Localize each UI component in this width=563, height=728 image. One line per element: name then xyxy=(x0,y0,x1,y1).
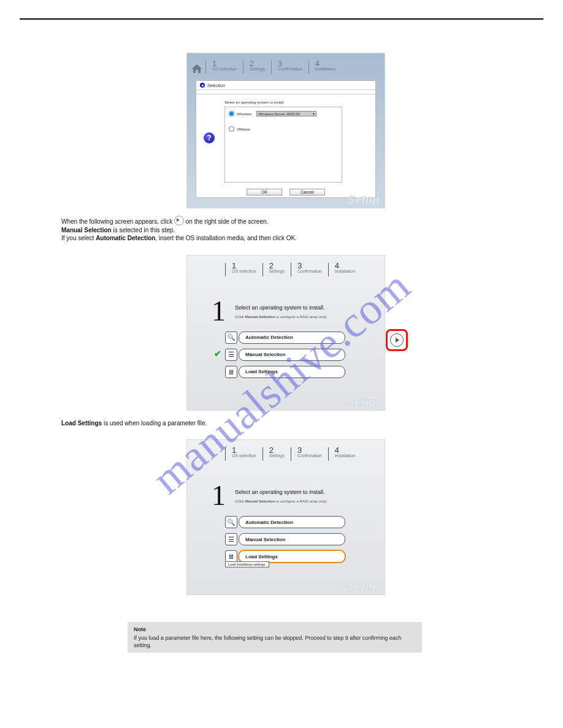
note-body: If you load a parameter file here, the f… xyxy=(134,635,401,648)
panel-title: Select an operating system to install. xyxy=(235,305,325,311)
check-icon: ✔ xyxy=(214,349,221,358)
load-settings-icon: 🗎 xyxy=(225,366,237,378)
next-arrow-icon xyxy=(390,333,404,347)
note-title: Note xyxy=(134,626,416,633)
auto-detect-label-3: Automatic Detection xyxy=(239,516,345,528)
p3-step-1: 1OS selection xyxy=(225,447,262,461)
p3-step-2: 2Settings xyxy=(262,447,291,461)
step-2: 2Settings xyxy=(243,61,271,74)
windows-radio[interactable] xyxy=(229,111,234,116)
load-settings-icon-3: 🗎 xyxy=(225,550,237,563)
help-icon[interactable]: ? xyxy=(204,132,215,143)
manual-select-label-3: Manual Selection xyxy=(239,533,345,545)
panel-subtitle: (Click Manual Selection to configure a R… xyxy=(235,315,327,319)
instr-text-1: When the following screen appears, click… xyxy=(61,216,380,243)
os-selection-dialog: Selection ? Select an operating system t… xyxy=(196,80,376,198)
info-icon xyxy=(200,83,205,88)
p3-step-4: 4Installation xyxy=(328,447,361,461)
select-os-label: Select an operating system to install. xyxy=(224,100,372,104)
panel-3: 1OS selection 2Settings 3Confirmation 4I… xyxy=(186,439,385,595)
big-step-number: 1 xyxy=(212,295,226,327)
setup-watermark: Setup xyxy=(347,194,380,207)
windows-label: Windows xyxy=(237,112,251,116)
home-icon[interactable] xyxy=(191,63,203,74)
manual-select-icon: ☰ xyxy=(225,349,237,361)
setup-watermark-2: Setup xyxy=(347,396,380,409)
windows-radio-row[interactable]: Windows Windows Server 2008 R2 xyxy=(229,111,338,116)
auto-detect-label: Automatic Detection xyxy=(239,332,345,344)
cancel-button[interactable]: Cancel xyxy=(289,189,325,195)
load-settings-label-3: Load Settings xyxy=(239,550,345,563)
panel-2: 1OS selection 2Settings 3Confirmation 4I… xyxy=(186,255,385,411)
panel3-title: Select an operating system to install. xyxy=(235,489,325,495)
vmware-radio-row[interactable]: VMware xyxy=(229,126,338,132)
tooltip: Load installation settings. xyxy=(225,561,269,567)
p3-step-3: 3Confirmation xyxy=(291,447,328,461)
note-box: Note If you load a parameter file here, … xyxy=(128,622,422,653)
p2-step-4: 4Installation xyxy=(328,263,361,276)
load-settings-option-3[interactable]: 🗎Load Settings xyxy=(225,550,345,563)
p2-step-2: 2Settings xyxy=(262,263,291,276)
panel3-subtitle: (Click Manual Selection to configure a R… xyxy=(235,499,327,503)
vmware-radio[interactable] xyxy=(229,126,234,132)
manual-select-icon-3: ☰ xyxy=(225,533,237,545)
manual-select-option-3[interactable]: ☰Manual Selection xyxy=(225,533,345,545)
setup-watermark-3: Setup xyxy=(347,580,380,593)
big-step-number-3: 1 xyxy=(212,479,226,512)
step-3: 3Confirmation xyxy=(271,61,308,74)
ok-button[interactable]: OK xyxy=(247,189,282,195)
p2-step-3: 3Confirmation xyxy=(291,263,328,276)
instr-text-2: Load Settings is used when loading a par… xyxy=(61,419,380,428)
os-option-box: Windows Windows Server 2008 R2 VMware xyxy=(224,107,342,183)
windows-version-select[interactable]: Windows Server 2008 R2 xyxy=(256,111,316,116)
auto-detect-option[interactable]: 🔍Automatic Detection xyxy=(225,332,345,344)
auto-detect-icon: 🔍 xyxy=(225,332,237,344)
step-4: 4Installation xyxy=(308,61,342,74)
dialog-panel-1: 1OS selection 2Settings 3Confirmation 4I… xyxy=(186,53,385,208)
load-settings-option[interactable]: 🗎Load Settings xyxy=(225,366,345,378)
manual-select-option[interactable]: ☰Manual Selection xyxy=(225,349,345,361)
auto-detect-option-3[interactable]: 🔍Automatic Detection xyxy=(225,516,345,528)
p2-step-1: 1OS selection xyxy=(225,263,262,276)
next-button-highlight[interactable] xyxy=(386,329,408,351)
wizard-steps: 1OS selection 2Settings 3Confirmation 4I… xyxy=(187,53,385,74)
forward-icon xyxy=(174,216,184,226)
manual-select-label: Manual Selection xyxy=(239,349,345,361)
step-1: 1OS selection xyxy=(205,61,243,74)
auto-detect-icon-3: 🔍 xyxy=(225,516,237,528)
load-settings-label: Load Settings xyxy=(239,366,345,378)
dialog-title: Selection xyxy=(196,81,375,90)
vmware-label: VMware xyxy=(237,127,250,131)
